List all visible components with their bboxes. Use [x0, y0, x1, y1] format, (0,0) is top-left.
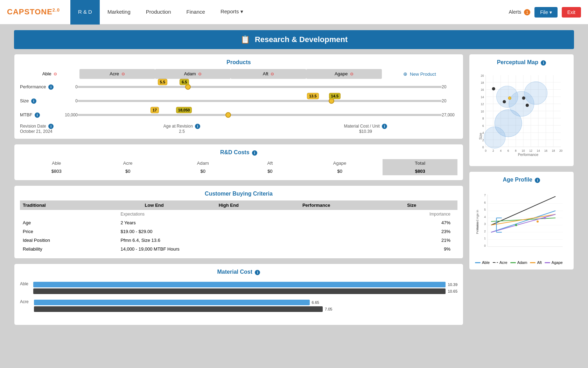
mtbf-label: MTBF i	[20, 112, 62, 118]
svg-text:7: 7	[484, 194, 486, 197]
costs-col-agape: Agape	[297, 159, 383, 167]
acre-remove-icon[interactable]: ⊖	[121, 71, 125, 76]
legend-aft: Aft	[530, 260, 541, 265]
nav-tabs: R & D Marketing Production Finance Repor…	[70, 0, 509, 25]
product-tab-able[interactable]: Able ⊖	[20, 69, 79, 79]
size-info-icon[interactable]: i	[31, 98, 36, 104]
material-cost-title: Material Cost i	[20, 269, 457, 275]
age-profile-info-icon[interactable]: i	[535, 178, 540, 183]
nav-tab-production[interactable]: Production	[138, 0, 179, 25]
able-remove-icon[interactable]: ⊖	[54, 71, 57, 76]
cbc-expectations-label: Expectations	[118, 210, 366, 218]
product-tab-aft[interactable]: Aft ⊖	[231, 69, 306, 79]
svg-text:14: 14	[481, 96, 484, 99]
mtbf-slider[interactable]	[78, 114, 442, 116]
add-product-icon[interactable]: ⊕	[403, 71, 407, 77]
adam-remove-icon[interactable]: ⊖	[198, 71, 202, 76]
cbc-title: Customer Buying Criteria	[20, 191, 457, 197]
legend-able: Able	[475, 260, 490, 265]
svg-text:5: 5	[484, 208, 486, 211]
exit-button[interactable]: Exit	[562, 7, 581, 18]
costs-col-adam: Adam	[163, 159, 243, 167]
costs-col-aft: Aft	[243, 159, 297, 167]
age-profile-legend: Able Acre Adam Aft Agape	[475, 260, 568, 265]
cbc-segment-header: Traditional	[20, 200, 118, 210]
perceptual-map-info-icon[interactable]: i	[541, 60, 546, 66]
product-tab-new[interactable]: ⊕ New Product	[382, 69, 457, 79]
alerts-badge: 1	[524, 9, 530, 15]
rd-costs-title: R&D Costs i	[20, 149, 457, 156]
legend-adam: Adam	[510, 260, 527, 265]
svg-point-48	[496, 86, 518, 107]
main-content: Products Able ⊖ Acre ⊖ Adam ⊖ Aft ⊖ Agap…	[0, 54, 588, 332]
cbc-price-expectation: $19.00 - $29.00	[118, 227, 366, 236]
costs-col-acre: Acre	[93, 159, 163, 167]
svg-text:1: 1	[484, 237, 486, 240]
cbc-col-lowend: Low End	[118, 200, 190, 210]
material-cost-chart-info-icon[interactable]: i	[255, 270, 260, 275]
nav-tab-finance[interactable]: Finance	[179, 0, 213, 25]
svg-text:10: 10	[522, 149, 525, 152]
mtbf-slider-row: MTBF i 10,000 17 18,050 27,000	[20, 110, 457, 120]
performance-slider[interactable]	[78, 86, 442, 88]
product-tab-adam[interactable]: Adam ⊖	[155, 69, 231, 79]
mtbf-slider-container: 17 18,050	[78, 110, 442, 120]
bar-acre-prev	[34, 306, 323, 312]
alerts-button[interactable]: Alerts 1	[509, 9, 531, 15]
svg-text:16: 16	[544, 149, 548, 152]
size-slider-container: 13.5 14.5	[78, 96, 442, 106]
bar-able-prev-val: 10.65	[448, 289, 457, 293]
age-profile-title: Age Profile i	[475, 177, 568, 183]
size-slider-row: Size i 0 13.5 14.5 20	[20, 96, 457, 106]
cbc-reliability-importance: 9%	[366, 245, 457, 253]
material-cost-info-icon[interactable]: i	[382, 124, 387, 129]
mtbf-max: 27,000	[442, 113, 457, 117]
legend-dot-agape	[545, 262, 550, 263]
revision-date-info-icon[interactable]: i	[48, 124, 54, 129]
nav-tab-marketing[interactable]: Marketing	[100, 0, 138, 25]
costs-val-total: $803	[383, 167, 457, 175]
bar-group-able: Able 10.39 10.65	[20, 281, 457, 295]
file-button[interactable]: File ▾	[534, 7, 557, 18]
svg-point-50	[492, 87, 495, 90]
costs-val-aft: $0	[243, 167, 297, 175]
rd-costs-info-icon[interactable]: i	[252, 150, 257, 156]
mtbf-info-icon[interactable]: i	[35, 113, 40, 118]
svg-text:4: 4	[500, 149, 502, 152]
cbc-table: Traditional Low End High End Performance…	[20, 200, 457, 253]
svg-text:14: 14	[537, 149, 540, 152]
svg-point-49	[508, 97, 511, 100]
product-tab-agape[interactable]: Agape ⊖	[306, 69, 382, 79]
mtbf-min: 10,000	[62, 113, 78, 117]
legend-dot-acre	[492, 262, 498, 263]
size-min: 0	[62, 98, 78, 103]
svg-text:0: 0	[485, 149, 486, 152]
aft-remove-icon[interactable]: ⊖	[271, 71, 274, 76]
bar-chart: Able 10.39 10.65 Acre 6.65	[20, 279, 457, 320]
revision-date-section: Revision Date i October 21, 2024	[20, 124, 90, 134]
cbc-importance-label: Importance	[366, 210, 457, 218]
svg-text:Years: Years	[476, 222, 479, 231]
product-tab-acre[interactable]: Acre ⊖	[79, 69, 155, 79]
age-profile-card: Age Profile i Perceived Age in Years 0 1…	[469, 171, 574, 270]
svg-text:0: 0	[484, 244, 486, 247]
size-slider[interactable]	[78, 100, 442, 102]
svg-text:4: 4	[482, 131, 484, 135]
performance-slider-row: Performance i 0 5.5 6.5 20	[20, 82, 457, 92]
nav-tab-reports[interactable]: Reports ▾	[213, 0, 251, 25]
cbc-age-name: Age	[20, 218, 118, 227]
age-revision-info-icon[interactable]: i	[195, 124, 200, 129]
cbc-row-idealpos: Ideal Position Pfmn 6.4, Size 13.6 21%	[20, 236, 457, 245]
cbc-row-price: Price $19.00 - $29.00 23%	[20, 227, 457, 236]
svg-text:12: 12	[481, 103, 484, 106]
cbc-idealpos-expectation: Pfmn 6.4, Size 13.6	[118, 236, 366, 245]
performance-info-icon[interactable]: i	[48, 84, 54, 90]
bar-row-acre-current: Acre 6.65	[20, 299, 457, 305]
cbc-idealpos-name: Ideal Position	[20, 236, 118, 245]
bar-acre-prev-val: 7.05	[325, 307, 332, 311]
svg-text:4: 4	[484, 216, 486, 219]
agape-remove-icon[interactable]: ⊖	[350, 71, 354, 76]
nav-tab-rd[interactable]: R & D	[70, 0, 100, 25]
svg-point-79	[544, 217, 546, 219]
svg-line-72	[491, 211, 555, 232]
